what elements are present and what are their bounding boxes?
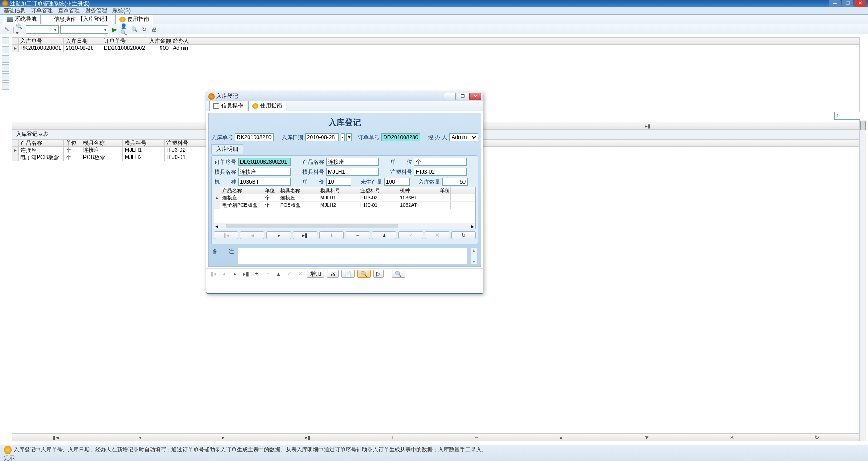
inp-dj[interactable] — [326, 178, 351, 186]
date-drop[interactable]: ▾ — [346, 133, 352, 141]
inp-mjmc[interactable] — [238, 168, 291, 176]
btn-print[interactable]: 🖨 — [327, 270, 339, 278]
inp-zslh[interactable] — [414, 168, 467, 176]
left-tool-3[interactable] — [2, 55, 9, 63]
nb-refresh[interactable]: ↻ — [451, 231, 476, 239]
col-rkje[interactable]: 入库金额 — [147, 38, 171, 44]
page-input[interactable] — [835, 112, 868, 119]
btn-preview[interactable]: 📄 — [341, 270, 355, 278]
btn-zoom[interactable]: 🔍 — [357, 270, 371, 278]
nav-last[interactable]: ▸▮ — [305, 434, 311, 441]
zoom-button[interactable]: 🔍▾ — [16, 25, 24, 34]
combo-1[interactable]: ▾ — [26, 25, 59, 34]
inp-rkrq[interactable] — [305, 133, 339, 141]
menu-finance[interactable]: 财务管理 — [85, 7, 107, 15]
nav-refresh[interactable]: ↻ — [814, 434, 819, 441]
find-user-button[interactable]: 👤🔍 — [120, 25, 128, 34]
scroll-thumb[interactable] — [860, 121, 866, 130]
inp-rksl[interactable] — [442, 178, 468, 186]
bb-add[interactable]: + — [253, 270, 261, 277]
nb-next[interactable]: ▸ — [266, 231, 291, 239]
col[interactable]: 产品名称 — [220, 187, 263, 194]
inp-wscl[interactable] — [384, 178, 410, 186]
bb-next[interactable]: ▸ — [231, 270, 239, 277]
btn-search[interactable]: 🔍 — [392, 270, 405, 278]
detail-hscroll[interactable]: ◂▸ — [214, 223, 475, 229]
find-button[interactable]: 🔍 — [130, 25, 138, 34]
remark-textarea[interactable] — [238, 248, 467, 264]
left-tool-5[interactable] — [2, 73, 9, 81]
left-tool-2[interactable] — [2, 46, 9, 53]
nb-prev[interactable]: ◂ — [240, 231, 264, 239]
col[interactable]: 模具料号 — [318, 187, 358, 194]
col[interactable]: 单位 — [263, 187, 278, 194]
dialog-minimize[interactable]: — — [444, 93, 456, 100]
inp-rkdh[interactable] — [235, 133, 274, 141]
print-button[interactable]: 🖨 — [150, 25, 158, 34]
col[interactable]: 产品名称 — [19, 140, 64, 146]
col-rkdh[interactable]: 入库单号 — [19, 38, 64, 44]
sel-jbr[interactable]: Admin — [449, 133, 478, 141]
col[interactable]: 模具名称 — [278, 187, 318, 194]
combo-2[interactable]: ▾ — [60, 25, 108, 34]
inp-mjlh[interactable] — [326, 168, 379, 176]
nb-cancel[interactable]: ✕ — [425, 231, 449, 239]
date-spin[interactable]: ∶ — [341, 133, 345, 141]
nb-last[interactable]: ▸▮ — [293, 231, 317, 239]
nb-first[interactable]: ▮◂ — [214, 231, 238, 239]
inp-dw[interactable] — [414, 158, 467, 166]
col[interactable]: 模具名称 — [81, 140, 123, 146]
bb-last[interactable]: ▸▮ — [242, 270, 250, 277]
col[interactable]: 单价 — [438, 187, 451, 194]
btn-export[interactable]: ▷ — [373, 270, 384, 278]
left-tool-1[interactable] — [2, 37, 9, 44]
page-counter[interactable]: ▲▼ — [834, 112, 860, 120]
refresh-button[interactable]: ↻ — [140, 25, 148, 34]
minimize-button[interactable]: — — [829, 0, 841, 7]
nb-add[interactable]: + — [319, 231, 344, 239]
bb-prev[interactable]: ◂ — [220, 270, 228, 277]
right-scrollbar[interactable] — [860, 120, 866, 441]
inp-dddh[interactable] — [381, 133, 420, 141]
inp-cpmc[interactable] — [326, 158, 379, 166]
col[interactable]: 单位 — [64, 140, 81, 146]
bb-del[interactable]: − — [263, 270, 272, 277]
btn-add[interactable]: 增加 — [307, 270, 324, 278]
maximize-button[interactable]: ❐ — [842, 0, 853, 7]
menu-baseinfo[interactable]: 基础信息 — [4, 7, 25, 15]
nav-last[interactable]: ▸▮ — [645, 123, 651, 129]
dialog-tab-info[interactable]: 信息操作 — [209, 101, 247, 111]
nav-prev[interactable]: ◂ — [139, 434, 141, 441]
col[interactable]: 注塑料号 — [358, 187, 398, 194]
table-row[interactable]: ▸ RK20100828001 2010-08-28 DD20100828002… — [12, 45, 859, 52]
nav-first[interactable]: ▮◂ — [53, 434, 59, 441]
col-jbr[interactable]: 经办人 — [171, 38, 198, 44]
nav-down[interactable]: ▼ — [644, 434, 649, 441]
dialog-close[interactable]: ✕ — [469, 93, 481, 100]
inp-ddxh[interactable] — [238, 158, 291, 166]
bb-check[interactable]: ✓ — [285, 270, 293, 277]
nav-add[interactable]: + — [391, 434, 394, 441]
nav-cancel[interactable]: ✕ — [730, 434, 734, 441]
menu-query[interactable]: 查询管理 — [58, 7, 80, 15]
bb-cancel[interactable]: ✕ — [296, 270, 304, 277]
bb-up[interactable]: ▲ — [274, 270, 283, 277]
nav-del[interactable]: − — [475, 434, 478, 441]
inp-jz[interactable] — [238, 178, 291, 186]
remark-scroll[interactable]: ▲▼ — [471, 248, 477, 264]
bb-first[interactable]: ▮◂ — [209, 270, 217, 277]
run-button[interactable]: ▶ — [110, 25, 118, 34]
dialog-maximize[interactable]: ❐ — [457, 93, 468, 100]
nb-up[interactable]: ▲ — [372, 231, 396, 239]
col[interactable]: 机种 — [398, 187, 438, 194]
nav-next[interactable]: ▸ — [222, 434, 224, 441]
left-tool-6[interactable] — [2, 82, 9, 90]
nav-up[interactable]: ▲ — [558, 434, 564, 441]
close-button[interactable]: ✕ — [854, 0, 866, 7]
table-row[interactable]: ▸ 连接座 个 连接座 MJLH1 HIJ3-02 1036BT — [214, 194, 475, 202]
menu-order[interactable]: 订单管理 — [31, 7, 53, 15]
left-tool-4[interactable] — [2, 64, 9, 72]
edit-button[interactable]: ✎ — [3, 25, 11, 34]
detail-tab[interactable]: 入库明细 — [211, 144, 243, 154]
col-rkrq[interactable]: 入库日期 — [64, 38, 102, 44]
